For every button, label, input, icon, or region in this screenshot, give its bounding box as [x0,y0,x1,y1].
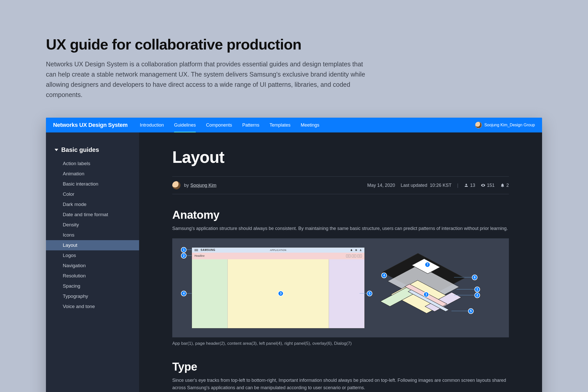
iso-badge-7: 7 [425,262,430,267]
user-icon [359,249,362,251]
nav-item-guidelines[interactable]: Guidelines [174,118,196,132]
nav-item-components[interactable]: Components [206,118,232,132]
figure-caption: App bar(1), page header(2), content area… [172,341,509,346]
sidebar-item-logos[interactable]: Logos [46,250,139,261]
main-content: Layout by Soojung Kim May 14, 2020 Last … [139,132,542,392]
author-link[interactable]: Soojung Kim [190,183,216,188]
type-heading: Type [172,360,509,373]
bell-icon [350,249,353,251]
by-label: by [184,183,189,188]
dots-icon: ••• [346,254,351,258]
badge-5: 5 [367,291,372,296]
mock-headline: Headline [194,254,204,257]
page-title: Layout [172,148,509,167]
anatomy-heading: Anatomy [172,209,509,221]
iso-badge-4: 4 [381,273,387,278]
dots-icon: ••• [352,254,356,258]
nav-item-meetings[interactable]: Meetings [301,118,319,132]
topbar: Networks UX Design System IntroductionGu… [46,118,542,132]
sidebar-item-resolution[interactable]: Resolution [46,271,139,281]
sidebar-item-animation[interactable]: Animation [46,169,139,179]
iso-badge-3: 3 [423,292,429,297]
nav-item-introduction[interactable]: Introduction [140,118,164,132]
avatar [475,122,482,128]
bell-icon [500,183,505,188]
separator: | [457,183,458,188]
sidebar-item-date-and-time-format[interactable]: Date and time format [46,210,139,220]
updated-block: Last updated 10:26 KST [401,183,451,188]
chevron-down-icon [55,149,58,151]
iso-badge-5: 5 [468,308,474,314]
hero-title: UX guide for collaborative production [46,36,542,53]
sidebar-item-action-labels[interactable]: Action labels [46,158,139,169]
sidebar-section-header[interactable]: Basic guides [46,146,139,158]
brand-label[interactable]: Networks UX Design System [53,122,128,128]
user-area[interactable]: Soojung Kim_Design Group [475,122,535,128]
mock-brand: SAMSUNG [201,249,215,251]
eye-icon [481,183,485,188]
meta-bar: by Soojung Kim May 14, 2020 Last updated… [172,176,509,194]
sidebar-item-layout[interactable]: Layout [46,240,139,250]
type-body: Since user's eye tracks from top-left to… [172,377,509,391]
iso-badge-2: 2 [474,292,480,298]
app-window: Networks UX Design System IntroductionGu… [46,118,542,392]
user-icon [464,183,469,188]
badge-4: 4 [181,291,187,296]
badge-3: 3 [278,291,284,296]
user-name: Soojung Kim_Design Group [484,123,535,127]
iso-badge-6: 6 [472,275,477,280]
sidebar-item-typography[interactable]: Typography [46,291,139,301]
badge-1: 1 [181,247,187,253]
sidebar: Basic guides Action labelsAnimationBasic… [46,132,139,392]
hamburger-icon [194,249,198,251]
sidebar-item-color[interactable]: Color [46,189,139,199]
sidebar-item-spacing[interactable]: Spacing [46,281,139,291]
sidebar-item-icons[interactable]: Icons [46,230,139,240]
sidebar-item-density[interactable]: Density [46,220,139,230]
created-date: May 14, 2020 [367,183,395,188]
main-nav: IntroductionGuidelinesComponentsPatterns… [140,118,475,132]
author-avatar [172,181,180,189]
layout-mock: SAMSUNG APPLICATION Headline [181,247,365,328]
anatomy-figure: SAMSUNG APPLICATION Headline [172,238,509,337]
nav-item-patterns[interactable]: Patterns [242,118,259,132]
contributors-stat: 13 [464,183,475,188]
hero-description: Networks UX Design System is a collabora… [46,59,373,100]
comments-stat: 2 [500,183,509,188]
left-panel [192,259,228,328]
gear-icon [355,249,357,251]
dots-icon: ••• [357,254,362,258]
mock-app-title: APPLICATION [270,249,286,251]
nav-item-templates[interactable]: Templates [270,118,290,132]
anatomy-body: Samsung's application structure should a… [172,225,509,232]
iso-badge-1: 1 [474,287,480,292]
views-stat: 151 [481,183,495,188]
right-panel [329,259,364,328]
badge-2: 2 [181,253,187,259]
sidebar-item-voice-and-tone[interactable]: Voice and tone [46,301,139,312]
sidebar-item-dark-mode[interactable]: Dark mode [46,199,139,210]
sidebar-section-title: Basic guides [61,146,99,153]
layer-stack: 7 4 6 1 2 3 5 [377,247,482,329]
sidebar-item-navigation[interactable]: Navigation [46,261,139,271]
sidebar-item-basic-interaction[interactable]: Basic interaction [46,179,139,189]
